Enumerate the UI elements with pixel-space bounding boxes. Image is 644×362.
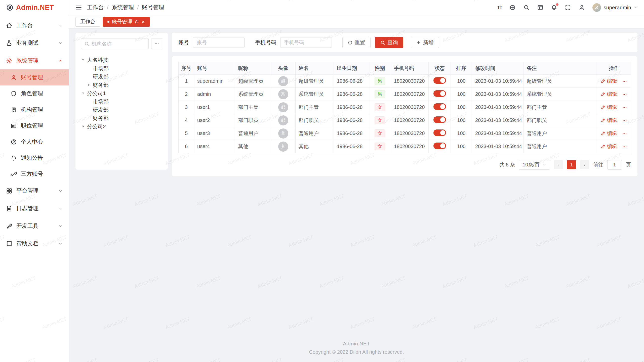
org-search-input[interactable] <box>92 41 145 47</box>
next-page-button[interactable] <box>580 160 589 169</box>
page-number-current[interactable]: 1 <box>567 160 576 169</box>
tree-node[interactable]: 财务部 <box>81 81 162 89</box>
cell-nickname: 部门职员 <box>235 114 271 127</box>
sidebar-item-gear[interactable]: 系统管理 <box>0 52 69 69</box>
edit-button[interactable]: 编辑 <box>601 104 617 111</box>
sidebar-item-org[interactable]: 机构管理 <box>0 102 69 118</box>
sidebar-item-share[interactable]: 三方账号 <box>0 166 69 182</box>
cell-birthdate: 1986-06-28 <box>334 140 369 153</box>
more-actions-button[interactable] <box>622 104 627 110</box>
goto-page-input[interactable] <box>607 160 622 170</box>
sidebar-item-test[interactable]: 业务测试 <box>0 34 69 52</box>
org-more-button[interactable] <box>151 38 162 49</box>
more-actions-button[interactable] <box>622 78 627 84</box>
breadcrumb-item[interactable]: 账号管理 <box>142 4 164 11</box>
font-size-icon[interactable]: Tt <box>497 5 502 11</box>
status-toggle[interactable] <box>433 90 446 97</box>
edit-button[interactable]: 编辑 <box>601 143 617 150</box>
layout-config-icon[interactable] <box>537 4 543 11</box>
reset-button[interactable]: 重置 <box>342 37 371 48</box>
account-input[interactable] <box>193 37 245 48</box>
page-size-select[interactable]: 10条/页 <box>519 160 550 170</box>
tree-node[interactable]: 研发部 <box>81 72 162 81</box>
tree-node[interactable]: 市场部 <box>81 64 162 72</box>
tree-node[interactable]: 分公司1 <box>81 89 162 97</box>
edit-button[interactable]: 编辑 <box>601 91 617 98</box>
sidebar-item-profile[interactable]: 个人中心 <box>0 134 69 150</box>
header-tools: Tt superadmin <box>497 3 637 12</box>
language-icon[interactable] <box>509 4 516 11</box>
edit-label: 编辑 <box>607 104 617 111</box>
add-button[interactable]: 新增 <box>411 37 439 48</box>
hamburger-menu-icon[interactable] <box>75 4 82 11</box>
search-button[interactable]: 查询 <box>375 37 403 48</box>
tree-node[interactable]: 大名科技 <box>81 56 162 64</box>
sidebar-item-role[interactable]: 角色管理 <box>0 85 69 102</box>
gender-badge: 女 <box>375 129 385 137</box>
cell-phone: 18020030720 <box>391 114 429 127</box>
tab[interactable]: 工作台 <box>75 17 100 27</box>
more-actions-button[interactable] <box>622 144 627 149</box>
sidebar-item-grid[interactable]: 平台管理 <box>0 182 69 200</box>
tree-node-label: 财务部 <box>93 115 109 122</box>
user-menu[interactable]: superadmin <box>592 3 637 12</box>
notifications-button[interactable] <box>551 4 557 11</box>
breadcrumb-item[interactable]: 工作台 <box>87 4 104 11</box>
caret-right-icon[interactable] <box>81 124 85 128</box>
app-root: Admin.NET 工作台业务测试系统管理账号管理角色管理机构管理职位管理个人中… <box>0 0 644 362</box>
more-actions-button[interactable] <box>622 117 627 123</box>
edit-button[interactable]: 编辑 <box>601 130 617 137</box>
sidebar-item-log[interactable]: 日志管理 <box>0 200 69 217</box>
breadcrumb-item[interactable]: 系统管理 <box>112 4 134 11</box>
chevron-right-icon <box>583 163 587 167</box>
prev-page-button[interactable] <box>554 160 563 169</box>
cell-phone: 18020030720 <box>391 140 429 153</box>
cell-order: 100 <box>451 75 472 88</box>
status-toggle[interactable] <box>433 143 446 149</box>
status-toggle[interactable] <box>433 116 446 123</box>
sidebar-subitem-label: 机构管理 <box>21 106 43 113</box>
column-header: 昵称 <box>235 62 271 75</box>
search-icon[interactable] <box>523 4 530 11</box>
tab-close-icon[interactable] <box>141 20 145 24</box>
status-toggle[interactable] <box>433 103 446 110</box>
avatar: 部 <box>278 102 288 112</box>
edit-button[interactable]: 编辑 <box>601 78 617 84</box>
caret-down-icon[interactable] <box>81 58 85 62</box>
sidebar-item-tool[interactable]: 开发工具 <box>0 217 69 235</box>
sidebar-subitem-label: 账号管理 <box>21 74 43 81</box>
chevron-down-icon <box>634 6 637 9</box>
sidebar-item-user[interactable]: 账号管理 <box>0 69 69 85</box>
more-actions-button[interactable] <box>622 130 627 136</box>
edit-button[interactable]: 编辑 <box>601 117 617 124</box>
caret-right-icon[interactable] <box>87 83 91 87</box>
sidebar-item-bell[interactable]: 通知公告 <box>0 150 69 166</box>
fullscreen-icon[interactable] <box>565 4 571 11</box>
sidebar-item-position[interactable]: 职位管理 <box>0 118 69 134</box>
content: 大名科技市场部研发部财务部分公司1市场部研发部财务部分公司2 账号 手机号码 重… <box>69 29 644 336</box>
sidebar-item-home[interactable]: 工作台 <box>0 17 69 34</box>
gender-badge: 女 <box>375 116 385 124</box>
tab-active[interactable]: 账号管理 <box>103 17 150 27</box>
tree-node[interactable]: 市场部 <box>81 97 162 106</box>
tree-node[interactable]: 财务部 <box>81 114 162 122</box>
logo[interactable]: Admin.NET <box>0 0 69 15</box>
tab-refresh-icon[interactable] <box>135 20 139 24</box>
more-actions-button[interactable] <box>622 91 627 97</box>
username: superadmin <box>603 5 631 11</box>
tree-node[interactable]: 分公司2 <box>81 122 162 130</box>
page-size-value: 10条/页 <box>522 161 540 168</box>
status-toggle[interactable] <box>433 77 446 84</box>
toggle-knob <box>440 104 445 109</box>
breadcrumb-separator: / <box>137 4 139 11</box>
org-search-field[interactable] <box>81 38 149 49</box>
search-label: 查询 <box>387 39 398 46</box>
sidebar-item-book[interactable]: 帮助文档 <box>0 235 69 252</box>
gear-icon <box>6 58 12 64</box>
phone-input[interactable] <box>280 37 332 48</box>
org-icon <box>11 107 17 113</box>
caret-down-icon[interactable] <box>81 91 85 95</box>
user-icon[interactable] <box>579 4 585 11</box>
status-toggle[interactable] <box>433 129 446 136</box>
tree-node[interactable]: 研发部 <box>81 106 162 114</box>
